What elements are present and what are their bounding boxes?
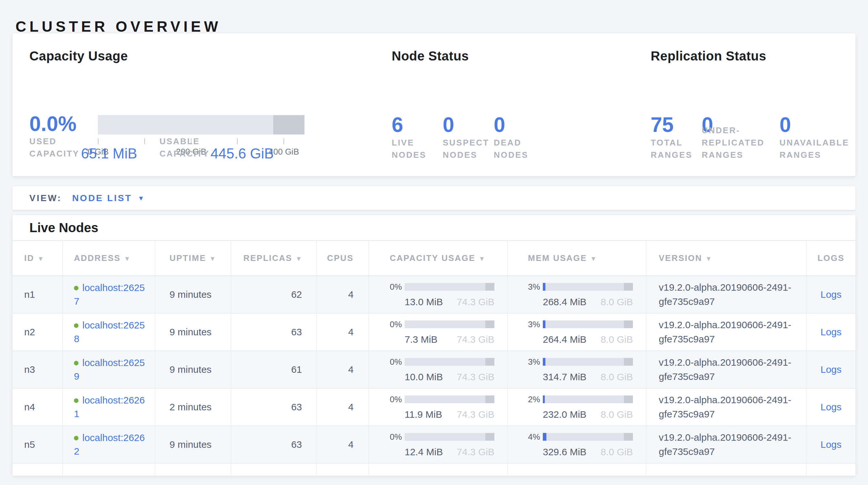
node-address-link[interactable]: localhost:26262	[74, 432, 145, 457]
table-row: n3 localhost:26259 9 minutes 61 4 0% 10.…	[12, 351, 856, 388]
mem-usage-cell: 2% 232.0 MiB 8.0 GiB	[507, 388, 646, 426]
unavailable-ranges-label: UNAVAILABLE RANGES	[779, 137, 864, 161]
version-cell: v19.2.0-alpha.20190606-2491-gfe735c9a97	[646, 351, 806, 388]
node-id-cell: n4	[12, 388, 63, 426]
mem-percent-label: 4%	[528, 432, 543, 442]
column-header-uptime[interactable]: UPTIME▼	[155, 241, 231, 276]
sort-desc-icon[interactable]: ▼	[706, 255, 712, 262]
capacity-bar	[405, 320, 494, 328]
column-header-id[interactable]: ID▼	[12, 241, 63, 276]
logs-link[interactable]: Logs	[820, 289, 841, 300]
capacity-usage-cell: 0% 10.0 MiB 74.3 GiB	[369, 351, 507, 388]
node-address-link[interactable]: localhost:26258	[74, 320, 145, 344]
view-dropdown-value[interactable]: NODE LIST	[72, 193, 132, 203]
live-status-icon	[74, 361, 79, 365]
replicas-cell: 63	[231, 388, 316, 426]
logs-link[interactable]: Logs	[820, 364, 841, 375]
column-header-capacity-usage[interactable]: CAPACITY USAGE▼	[369, 241, 507, 276]
suspect-nodes-label: SUSPECT NODES	[443, 137, 494, 161]
mem-usage-cell: 3% 314.7 MiB 8.0 GiB	[507, 351, 646, 388]
table-row: n2 localhost:26258 9 minutes 63 4 0% 7.3…	[12, 313, 856, 351]
sort-desc-icon[interactable]: ▼	[296, 255, 302, 262]
sort-desc-icon[interactable]: ▼	[590, 255, 597, 262]
mem-total-value: 8.0 GiB	[600, 447, 633, 458]
logs-cell: Logs	[806, 351, 856, 388]
live-nodes-label: LIVE NODES	[392, 137, 443, 161]
capacity-gauge-reserved-segment	[273, 115, 305, 135]
column-header-address[interactable]: ADDRESS▼	[63, 241, 155, 276]
used-capacity-label: USED CAPACITY	[29, 135, 81, 160]
node-address-link[interactable]: localhost:26261	[74, 395, 145, 419]
live-status-icon	[74, 286, 79, 290]
replication-status-heading: Replication Status	[651, 49, 766, 63]
uptime-cell: 2 minutes	[155, 388, 231, 426]
node-status-section: Node Status 6 0 0 LIVE NODES SUSPECT NOD…	[392, 33, 640, 176]
capacity-total-value: 74.3 GiB	[457, 447, 494, 458]
usable-capacity-label: USABLE CAPACITY	[159, 135, 214, 160]
column-header-version[interactable]: VERSION▼	[646, 241, 806, 276]
total-ranges-label: TOTAL RANGES	[651, 137, 702, 161]
sort-desc-icon[interactable]: ▼	[37, 255, 44, 262]
logs-cell: Logs	[806, 388, 856, 426]
mem-bar-fill	[543, 320, 546, 328]
capacity-bar-reserved-segment	[485, 358, 494, 366]
mem-total-value: 8.0 GiB	[600, 372, 633, 382]
capacity-percent-label: 0%	[390, 319, 405, 330]
node-id-cell: n5	[12, 426, 63, 463]
capacity-used-value: 10.0 MiB	[405, 372, 443, 382]
mem-percent-label: 3%	[528, 357, 543, 367]
node-address-link[interactable]: localhost:26259	[74, 357, 145, 381]
capacity-bar	[405, 395, 494, 403]
uptime-cell: 9 minutes	[155, 313, 231, 351]
column-header-mem-usage[interactable]: MEM USAGE▼	[507, 241, 646, 276]
logs-link[interactable]: Logs	[820, 326, 841, 337]
column-header-replicas[interactable]: REPLICAS▼	[231, 241, 316, 276]
mem-used-value: 314.7 MiB	[543, 372, 586, 382]
version-cell: v19.2.0-alpha.20190606-2491-gfe735c9a97	[646, 388, 806, 426]
mem-bar	[543, 358, 633, 366]
sort-desc-icon[interactable]: ▼	[478, 255, 485, 262]
capacity-used-value: 11.9 MiB	[405, 409, 442, 420]
mem-bar	[543, 395, 633, 403]
table-row-partial	[12, 463, 856, 476]
usable-capacity-value: 445.6 GiB	[211, 145, 274, 162]
view-label: VIEW:	[29, 193, 62, 203]
version-cell: v19.2.0-alpha.20190606-2491-gfe735c9a97	[646, 313, 806, 351]
mem-usage-cell: 4% 329.6 MiB 8.0 GiB	[507, 426, 646, 463]
capacity-used-value: 13.0 MiB	[405, 296, 443, 308]
view-bar: VIEW: NODE LIST ▼	[12, 186, 856, 210]
node-address-cell: localhost:26258	[63, 313, 155, 351]
capacity-bar-reserved-segment	[485, 283, 494, 291]
node-address-cell: localhost:26259	[63, 351, 155, 388]
capacity-bar-reserved-segment	[485, 320, 494, 328]
capacity-total-value: 74.3 GiB	[457, 296, 494, 308]
node-address-link[interactable]: localhost:26257	[74, 282, 145, 307]
column-header-logs: LOGS	[806, 241, 856, 276]
table-row: n5 localhost:26262 9 minutes 63 4 0% 12.…	[12, 426, 856, 463]
page-title: CLUSTER OVERVIEW	[16, 18, 221, 35]
capacity-used-value: 12.4 MiB	[405, 447, 443, 458]
capacity-usage-cell: 0% 13.0 MiB 74.3 GiB	[369, 276, 507, 313]
cluster-overview-page: CLUSTER OVERVIEW Capacity Usage 0.0% 0 G…	[0, 0, 868, 485]
capacity-usage-section: Capacity Usage 0.0% 0 GiB 200 GiB 400 Gi…	[29, 33, 375, 176]
capacity-percent-label: 0%	[390, 357, 405, 367]
mem-used-value: 264.4 MiB	[543, 334, 586, 345]
logs-link[interactable]: Logs	[820, 402, 841, 412]
capacity-stats: USED CAPACITY 65.1 MiB USABLE CAPACITY 4…	[29, 134, 336, 162]
mem-bar-fill	[543, 395, 545, 403]
node-address-cell: localhost:26261	[63, 388, 155, 426]
chevron-down-icon[interactable]: ▼	[138, 195, 144, 201]
view-dropdown[interactable]: NODE LIST ▼	[72, 193, 144, 203]
live-nodes-table: ID▼ ADDRESS▼ UPTIME▼ REPLICAS▼ CPUS CAPA…	[12, 241, 856, 476]
cpus-cell: 4	[316, 426, 369, 463]
capacity-used-value: 7.3 MiB	[405, 334, 438, 345]
sort-desc-icon[interactable]: ▼	[124, 255, 130, 262]
mem-used-value: 268.4 MiB	[543, 296, 586, 308]
mem-bar-reserved-segment	[624, 358, 633, 366]
used-capacity-value: 65.1 MiB	[81, 145, 137, 162]
capacity-bar	[405, 433, 494, 441]
sort-desc-icon[interactable]: ▼	[209, 255, 216, 262]
capacity-percent-label: 0%	[390, 282, 405, 292]
capacity-usage-cell: 0% 7.3 MiB 74.3 GiB	[369, 313, 507, 351]
logs-link[interactable]: Logs	[820, 439, 841, 450]
